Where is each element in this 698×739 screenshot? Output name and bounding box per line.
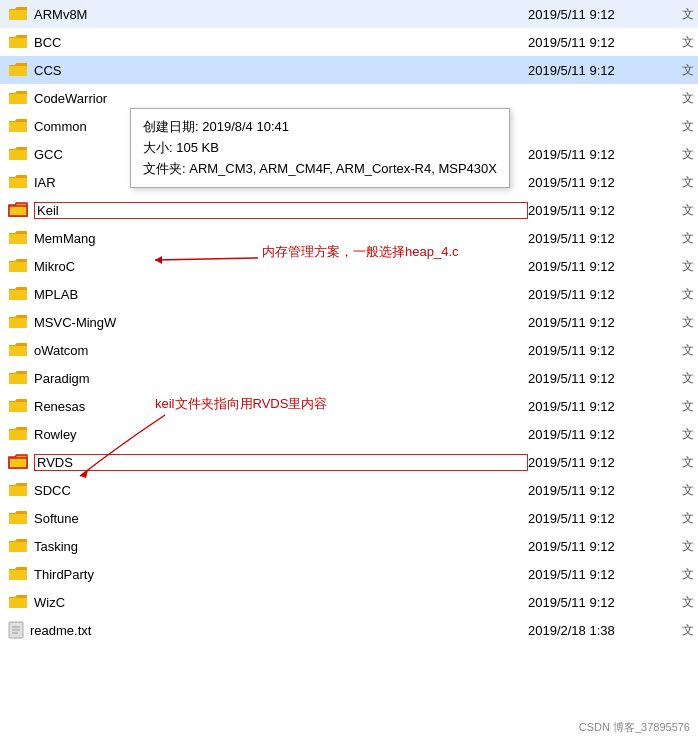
file-row[interactable]: MemMang2019/5/11 9:12文: [0, 224, 698, 252]
file-extra: 文: [668, 6, 698, 23]
folder-icon: [8, 286, 28, 302]
file-row[interactable]: RVDS2019/5/11 9:12文: [0, 448, 698, 476]
folder-icon: [8, 482, 28, 498]
file-date: 2019/5/11 9:12: [528, 203, 668, 218]
file-extra: 文: [668, 538, 698, 555]
file-row[interactable]: ARMv8M2019/5/11 9:12文: [0, 0, 698, 28]
file-extra: 文: [668, 90, 698, 107]
file-row[interactable]: SDCC2019/5/11 9:12文: [0, 476, 698, 504]
file-date: 2019/2/18 1:38: [528, 623, 668, 638]
file-row[interactable]: readme.txt2019/2/18 1:38文: [0, 616, 698, 644]
file-date: 2019/5/11 9:12: [528, 539, 668, 554]
folder-icon: [8, 314, 28, 330]
file-row[interactable]: Renesas2019/5/11 9:12文: [0, 392, 698, 420]
file-row[interactable]: oWatcom2019/5/11 9:12文: [0, 336, 698, 364]
folder-icon: [8, 342, 28, 358]
file-extra: 文: [668, 510, 698, 527]
file-extra: 文: [668, 482, 698, 499]
folder-icon: [8, 202, 28, 218]
file-date: 2019/5/11 9:12: [528, 483, 668, 498]
file-row[interactable]: MPLAB2019/5/11 9:12文: [0, 280, 698, 308]
file-extra: 文: [668, 62, 698, 79]
file-row[interactable]: WizC2019/5/11 9:12文: [0, 588, 698, 616]
file-name: ThirdParty: [34, 567, 528, 582]
folder-icon: [8, 62, 28, 78]
folder-icon: [8, 258, 28, 274]
file-date: 2019/5/11 9:12: [528, 315, 668, 330]
folder-icon: [8, 454, 28, 470]
file-extra: 文: [668, 34, 698, 51]
file-extra: 文: [668, 146, 698, 163]
file-extra: 文: [668, 202, 698, 219]
file-name: RVDS: [34, 454, 528, 471]
file-date: 2019/5/11 9:12: [528, 371, 668, 386]
file-extra: 文: [668, 174, 698, 191]
folder-icon: [8, 230, 28, 246]
file-row[interactable]: Paradigm2019/5/11 9:12文: [0, 364, 698, 392]
file-row[interactable]: ThirdParty2019/5/11 9:12文: [0, 560, 698, 588]
file-date: 2019/5/11 9:12: [528, 259, 668, 274]
file-name: Rowley: [34, 427, 528, 442]
file-extra: 文: [668, 398, 698, 415]
file-row[interactable]: Tasking2019/5/11 9:12文: [0, 532, 698, 560]
file-name: Keil: [34, 202, 528, 219]
file-date: 2019/5/11 9:12: [528, 7, 668, 22]
file-date: 2019/5/11 9:12: [528, 287, 668, 302]
file-name: oWatcom: [34, 343, 528, 358]
file-name: MikroC: [34, 259, 528, 274]
file-row[interactable]: BCC2019/5/11 9:12文: [0, 28, 698, 56]
file-extra: 文: [668, 594, 698, 611]
file-date: 2019/5/11 9:12: [528, 231, 668, 246]
file-date: 2019/5/11 9:12: [528, 35, 668, 50]
file-date: 2019/5/11 9:12: [528, 147, 668, 162]
file-row[interactable]: MikroC2019/5/11 9:12文: [0, 252, 698, 280]
file-name: Softune: [34, 511, 528, 526]
tooltip-size: 大小: 105 KB: [143, 138, 497, 159]
folder-icon: [8, 146, 28, 162]
file-row[interactable]: Keil2019/5/11 9:12文: [0, 196, 698, 224]
folder-icon: [8, 34, 28, 50]
file-row[interactable]: Rowley2019/5/11 9:12文: [0, 420, 698, 448]
tooltip-date: 创建日期: 2019/8/4 10:41: [143, 117, 497, 138]
folder-icon: [8, 398, 28, 414]
tooltip-folders: 文件夹: ARM_CM3, ARM_CM4F, ARM_Cortex-R4, M…: [143, 159, 497, 180]
file-name: MPLAB: [34, 287, 528, 302]
file-extra: 文: [668, 426, 698, 443]
folder-icon: [8, 510, 28, 526]
folder-icon: [8, 118, 28, 134]
file-name: WizC: [34, 595, 528, 610]
file-row[interactable]: CCS2019/5/11 9:12文: [0, 56, 698, 84]
file-extra: 文: [668, 454, 698, 471]
file-name: Paradigm: [34, 371, 528, 386]
file-name: CCS: [34, 63, 528, 78]
file-date: 2019/5/11 9:12: [528, 595, 668, 610]
folder-icon: [8, 90, 28, 106]
file-list: ARMv8M2019/5/11 9:12文 BCC2019/5/11 9:12文…: [0, 0, 698, 644]
file-row[interactable]: MSVC-MingW2019/5/11 9:12文: [0, 308, 698, 336]
file-date: 2019/5/11 9:12: [528, 175, 668, 190]
folder-icon: [8, 174, 28, 190]
file-name: SDCC: [34, 483, 528, 498]
file-extra: 文: [668, 342, 698, 359]
folder-icon: [8, 538, 28, 554]
folder-icon: [8, 6, 28, 22]
folder-icon: [8, 426, 28, 442]
file-name: BCC: [34, 35, 528, 50]
file-date: 2019/5/11 9:12: [528, 427, 668, 442]
file-date: 2019/5/11 9:12: [528, 567, 668, 582]
file-date: 2019/5/11 9:12: [528, 511, 668, 526]
file-extra: 文: [668, 258, 698, 275]
file-extra: 文: [668, 370, 698, 387]
file-icon: [8, 621, 24, 639]
file-row[interactable]: Softune2019/5/11 9:12文: [0, 504, 698, 532]
file-name: MSVC-MingW: [34, 315, 528, 330]
file-date: 2019/5/11 9:12: [528, 455, 668, 470]
file-name: ARMv8M: [34, 7, 528, 22]
file-name: CodeWarrior: [34, 91, 528, 106]
watermark: CSDN 博客_37895576: [579, 720, 690, 735]
file-name: readme.txt: [30, 623, 528, 638]
file-extra: 文: [668, 118, 698, 135]
file-extra: 文: [668, 230, 698, 247]
file-name: Tasking: [34, 539, 528, 554]
tooltip-box: 创建日期: 2019/8/4 10:41 大小: 105 KB 文件夹: ARM…: [130, 108, 510, 188]
